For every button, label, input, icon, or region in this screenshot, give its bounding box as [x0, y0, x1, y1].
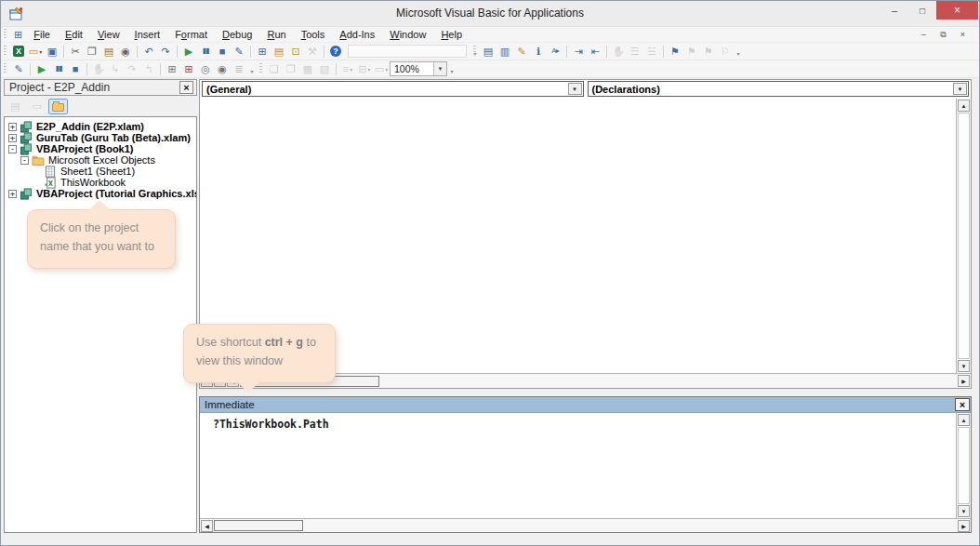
arrange-icon[interactable]: ▭▾: [373, 61, 390, 76]
zoom-combobox[interactable]: 100% ▼: [390, 61, 447, 76]
complete-word-icon[interactable]: A▸: [547, 44, 563, 59]
procedure-dropdown-button[interactable]: ▼: [953, 83, 967, 95]
menu-insert[interactable]: Insert: [127, 27, 168, 42]
toolbar-grip[interactable]: [4, 46, 7, 57]
zoom-dropdown-button[interactable]: ▼: [433, 62, 446, 75]
menu-view[interactable]: View: [90, 27, 127, 42]
toggle-folders-icon[interactable]: [48, 99, 68, 114]
immediate-horizontal-scrollbar[interactable]: ◀ ▶: [200, 518, 971, 532]
cut-icon[interactable]: ✂: [67, 44, 84, 59]
parameter-info-icon[interactable]: ℹ: [530, 44, 547, 59]
view-code-icon[interactable]: ▤: [6, 99, 25, 114]
minimize-button[interactable]: –: [881, 1, 908, 20]
expand-toggle[interactable]: +: [8, 123, 17, 131]
next-bookmark-icon[interactable]: ⚑: [683, 44, 700, 59]
view-microsoft-excel-icon[interactable]: X: [10, 44, 27, 59]
bring-to-front-icon[interactable]: ❏: [266, 61, 283, 76]
expand-toggle[interactable]: +: [8, 134, 17, 142]
scroll-down-button[interactable]: ▼: [958, 505, 970, 517]
quick-info-icon[interactable]: ✎: [513, 44, 530, 59]
comment-block-icon[interactable]: ☰: [627, 44, 643, 59]
scrollbar-thumb[interactable]: [958, 113, 970, 359]
scroll-up-button[interactable]: ▲: [958, 100, 970, 112]
project-explorer-header[interactable]: Project - E2P_Addin ×: [4, 79, 197, 96]
code-vertical-scrollbar[interactable]: ▲ ▼: [956, 99, 971, 373]
step-over-icon[interactable]: ↷: [124, 61, 140, 76]
scrollbar-thumb[interactable]: [214, 520, 303, 531]
clear-bookmarks-icon[interactable]: ⚐: [717, 44, 734, 59]
toolbar-grip[interactable]: [259, 63, 262, 74]
close-button[interactable]: ×: [936, 1, 978, 20]
scrollbar-thumb[interactable]: [958, 427, 970, 504]
object-dropdown-button[interactable]: ▼: [568, 83, 582, 95]
maximize-button[interactable]: □: [908, 1, 936, 20]
immediate-code[interactable]: ?ThisWorkbook.Path: [200, 413, 956, 518]
scrollbar-track[interactable]: [380, 376, 957, 387]
scrollbar-track[interactable]: [304, 520, 957, 531]
menubar-grip[interactable]: [4, 29, 7, 40]
mdi-restore-button[interactable]: ⧉: [934, 28, 952, 41]
group-icon[interactable]: ▦: [299, 61, 316, 76]
outdent-icon[interactable]: ⇤: [587, 44, 603, 59]
save-icon[interactable]: ▣: [44, 44, 60, 59]
insert-userform-icon[interactable]: ▭▾: [27, 44, 44, 59]
expand-toggle[interactable]: -: [8, 145, 17, 153]
menu-tools[interactable]: Tools: [294, 27, 333, 42]
center-icon[interactable]: ⊟▾: [356, 61, 373, 76]
reset-icon[interactable]: ■: [214, 44, 231, 59]
toolbar-overflow[interactable]: ▾: [247, 61, 257, 76]
align-icon[interactable]: ≡▾: [339, 61, 356, 76]
uncomment-block-icon[interactable]: ☱: [643, 44, 660, 59]
tree-item-vbaproject-tutorial-graphics-xlsm[interactable]: + VBAProject (Tutorial Graphics.xlsm): [5, 188, 196, 199]
indent-icon[interactable]: ⇥: [570, 44, 587, 59]
break-icon[interactable]: ▮▮: [50, 61, 67, 76]
menu-window[interactable]: Window: [382, 27, 433, 42]
project-explorer-icon[interactable]: ⊞: [254, 44, 271, 59]
tree-item-sheet1-sheet1[interactable]: Sheet1 (Sheet1): [5, 166, 196, 177]
step-out-icon[interactable]: ↰: [140, 61, 157, 76]
toolbar-overflow[interactable]: ▾: [734, 44, 743, 59]
mdi-close-button[interactable]: ×: [954, 28, 972, 41]
menu-add-ins[interactable]: Add-Ins: [332, 27, 382, 42]
procedure-dropdown[interactable]: (Declarations) ▼: [588, 81, 970, 97]
send-to-back-icon[interactable]: ❐: [283, 61, 299, 76]
scroll-up-button[interactable]: ▲: [958, 414, 970, 426]
step-into-icon[interactable]: ↳: [107, 61, 124, 76]
list-constants-icon[interactable]: ▥: [497, 44, 513, 59]
window-splitter[interactable]: [199, 389, 972, 396]
object-browser-icon[interactable]: ⊡: [287, 44, 304, 59]
list-properties-icon[interactable]: ▤: [480, 44, 497, 59]
menu-format[interactable]: Format: [167, 27, 215, 42]
scroll-left-button[interactable]: ◀: [201, 520, 213, 532]
mdi-minimize-button[interactable]: –: [915, 28, 933, 41]
ungroup-icon[interactable]: ▧: [316, 61, 333, 76]
child-window-icon[interactable]: ⊞: [14, 29, 22, 41]
toggle-bookmark-icon[interactable]: ⚑: [667, 44, 683, 59]
run-icon[interactable]: ▶: [180, 44, 197, 59]
immediate-vertical-scrollbar[interactable]: ▲ ▼: [956, 413, 971, 518]
toolbox-icon[interactable]: ⚒: [304, 44, 321, 59]
object-dropdown[interactable]: (General) ▼: [202, 81, 584, 97]
call-stack-icon[interactable]: ≣: [231, 61, 247, 76]
break-icon[interactable]: ▮▮: [197, 44, 214, 59]
copy-icon[interactable]: ❐: [84, 44, 100, 59]
find-icon[interactable]: ◉: [117, 44, 134, 59]
toggle-breakpoint-icon[interactable]: ✋: [90, 61, 107, 76]
toolbar-grip[interactable]: [4, 63, 7, 74]
scroll-right-button[interactable]: ▶: [958, 520, 970, 532]
scroll-down-button[interactable]: ▼: [958, 360, 970, 372]
reset-icon[interactable]: ■: [67, 61, 84, 76]
toolbar-grip[interactable]: [473, 46, 476, 57]
undo-icon[interactable]: ↶: [140, 44, 157, 59]
menu-debug[interactable]: Debug: [215, 27, 259, 42]
locals-window-icon[interactable]: ⊞: [164, 61, 180, 76]
immediate-close-button[interactable]: ×: [955, 398, 970, 411]
menu-run[interactable]: Run: [259, 27, 293, 42]
immediate-title-bar[interactable]: Immediate ×: [200, 397, 971, 413]
immediate-window-icon[interactable]: ⊞: [180, 61, 197, 76]
properties-window-icon[interactable]: ▤: [271, 44, 287, 59]
help-icon[interactable]: ?: [327, 44, 344, 59]
run-icon[interactable]: ▶: [33, 61, 50, 76]
expand-toggle[interactable]: +: [8, 190, 17, 198]
toolbar-overflow[interactable]: ▾: [447, 61, 457, 76]
